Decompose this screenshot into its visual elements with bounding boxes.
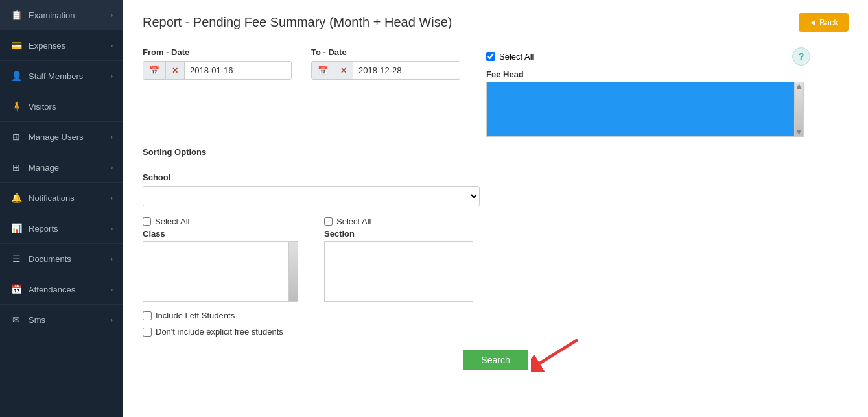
- section-list: [324, 241, 473, 302]
- sidebar-item-left-attendances: 📅 Attendances: [10, 283, 75, 295]
- sidebar-label-notifications: Notifications: [29, 193, 75, 203]
- sidebar-icon-visitors: 🧍: [10, 101, 22, 112]
- chevron-icon-notifications: ›: [111, 195, 113, 202]
- from-date-clear-btn[interactable]: ✕: [166, 62, 185, 79]
- no-explicit-free-row: Don't include explicit free students: [143, 327, 849, 337]
- sidebar-icon-manage: ⊞: [10, 161, 22, 173]
- no-explicit-free-checkbox[interactable]: [143, 328, 152, 337]
- to-date-value: 2018-12-28: [353, 62, 460, 79]
- fee-head-list[interactable]: [487, 82, 794, 136]
- sidebar-item-manage[interactable]: ⊞ Manage ›: [0, 152, 123, 183]
- sidebar-icon-examination: 📋: [10, 9, 22, 21]
- sidebar-item-attendances[interactable]: 📅 Attendances ›: [0, 274, 123, 305]
- fee-select-all-label: Select All: [499, 52, 534, 62]
- no-explicit-free-label: Don't include explicit free students: [156, 327, 283, 337]
- sidebar-label-examination: Examination: [29, 10, 75, 20]
- sidebar-icon-manage-users: ⊞: [10, 131, 22, 143]
- search-button[interactable]: Search: [463, 350, 528, 370]
- sidebar-item-documents[interactable]: ☰ Documents ›: [0, 244, 123, 274]
- sidebar-item-visitors[interactable]: 🧍 Visitors: [0, 91, 123, 122]
- to-date-clear-btn[interactable]: ✕: [334, 62, 353, 79]
- sidebar-item-left-staff-members: 👤 Staff Members: [10, 70, 83, 82]
- sidebar-label-documents: Documents: [29, 254, 71, 264]
- sidebar-item-notifications[interactable]: 🔔 Notifications ›: [0, 183, 123, 213]
- class-select-all: Select All: [143, 217, 298, 226]
- include-left-label: Include Left Students: [156, 311, 235, 320]
- class-list-inner[interactable]: [143, 242, 288, 301]
- sidebar-icon-staff-members: 👤: [10, 70, 22, 82]
- main-content: Report - Pending Fee Summary (Month + He…: [123, 0, 868, 417]
- chevron-icon-staff-members: ›: [111, 73, 113, 80]
- sidebar-label-manage-users: Manage Users: [29, 132, 84, 142]
- sidebar-item-sms[interactable]: ✉ Sms ›: [0, 305, 123, 335]
- sidebar-icon-documents: ☰: [10, 253, 22, 265]
- class-select-all-label: Select All: [155, 217, 189, 226]
- section-label: Section: [324, 229, 473, 239]
- sidebar-item-left-manage: ⊞ Manage: [10, 161, 59, 173]
- help-icon[interactable]: ?: [792, 47, 810, 66]
- from-date-value: 2018-01-16: [185, 62, 291, 79]
- from-date-input[interactable]: 📅 ✕ 2018-01-16: [143, 61, 292, 80]
- sidebar-item-left-manage-users: ⊞ Manage Users: [10, 131, 84, 143]
- school-select[interactable]: [143, 186, 480, 206]
- svg-line-1: [539, 340, 578, 363]
- chevron-icon-documents: ›: [111, 256, 113, 263]
- sidebar-icon-attendances: 📅: [10, 283, 22, 295]
- from-date-group: From - Date 📅 ✕ 2018-01-16: [143, 47, 292, 80]
- section-select-all: Select All: [324, 217, 473, 226]
- sidebar-item-left-notifications: 🔔 Notifications: [10, 192, 75, 204]
- school-label: School: [143, 173, 849, 182]
- sidebar-item-left-visitors: 🧍 Visitors: [10, 101, 56, 112]
- class-column: Select All Class: [143, 217, 298, 302]
- sidebar-item-reports[interactable]: 📊 Reports ›: [0, 213, 123, 244]
- sidebar-item-examination[interactable]: 📋 Examination ›: [0, 0, 123, 30]
- from-date-label: From - Date: [143, 47, 292, 57]
- school-section: School: [143, 173, 849, 206]
- to-date-input[interactable]: 📅 ✕ 2018-12-28: [311, 61, 460, 80]
- chevron-icon-examination: ›: [111, 12, 113, 19]
- to-date-label: To - Date: [311, 47, 460, 57]
- sidebar-label-visitors: Visitors: [29, 102, 56, 112]
- back-button[interactable]: ◄ Back: [799, 13, 849, 32]
- section-select-all-label: Select All: [336, 217, 371, 226]
- sidebar-label-staff-members: Staff Members: [29, 71, 83, 81]
- to-date-group: To - Date 📅 ✕ 2018-12-28: [311, 47, 460, 80]
- sidebar-label-attendances: Attendances: [29, 285, 75, 294]
- sidebar-item-expenses[interactable]: 💳 Expenses ›: [0, 30, 123, 61]
- fee-head-panel: Select All ? Fee Head: [486, 47, 810, 137]
- sidebar-item-manage-users[interactable]: ⊞ Manage Users ›: [0, 122, 123, 152]
- class-list: [143, 241, 298, 302]
- chevron-icon-attendances: ›: [111, 286, 113, 293]
- fee-select-all-checkbox[interactable]: [486, 52, 495, 61]
- sidebar-icon-expenses: 💳: [10, 40, 22, 51]
- to-date-calendar-btn[interactable]: 📅: [312, 62, 334, 79]
- sidebar-item-staff-members[interactable]: 👤 Staff Members ›: [0, 61, 123, 91]
- include-left-row: Include Left Students: [143, 311, 849, 320]
- sidebar-label-expenses: Expenses: [29, 41, 65, 51]
- sidebar-item-left-expenses: 💳 Expenses: [10, 40, 65, 51]
- sidebar-label-sms: Sms: [29, 315, 45, 325]
- include-left-checkbox[interactable]: [143, 311, 152, 320]
- sidebar-item-left-sms: ✉ Sms: [10, 314, 45, 326]
- class-label: Class: [143, 229, 298, 239]
- chevron-icon-manage-users: ›: [111, 134, 113, 141]
- page-header: Report - Pending Fee Summary (Month + He…: [143, 13, 849, 32]
- page-title: Report - Pending Fee Summary (Month + He…: [143, 15, 452, 30]
- arrow-indicator: [531, 337, 589, 372]
- section-list-inner[interactable]: [325, 242, 473, 301]
- chevron-icon-expenses: ›: [111, 42, 113, 49]
- sorting-section: Sorting Options: [143, 147, 849, 162]
- sidebar-icon-notifications: 🔔: [10, 192, 22, 204]
- sidebar: 📋 Examination › 💳 Expenses › 👤 Staff Mem…: [0, 0, 123, 417]
- section-select-all-checkbox[interactable]: [324, 217, 333, 226]
- chevron-icon-manage: ›: [111, 164, 113, 171]
- sidebar-label-manage: Manage: [29, 163, 59, 173]
- sorting-title: Sorting Options: [143, 147, 849, 157]
- search-row: Search: [143, 350, 849, 370]
- sidebar-icon-reports: 📊: [10, 222, 22, 234]
- sidebar-item-left-reports: 📊 Reports: [10, 222, 58, 234]
- fee-head-label: Fee Head: [486, 69, 810, 79]
- from-date-calendar-btn[interactable]: 📅: [143, 62, 166, 79]
- sidebar-icon-sms: ✉: [10, 314, 22, 326]
- class-select-all-checkbox[interactable]: [143, 217, 151, 226]
